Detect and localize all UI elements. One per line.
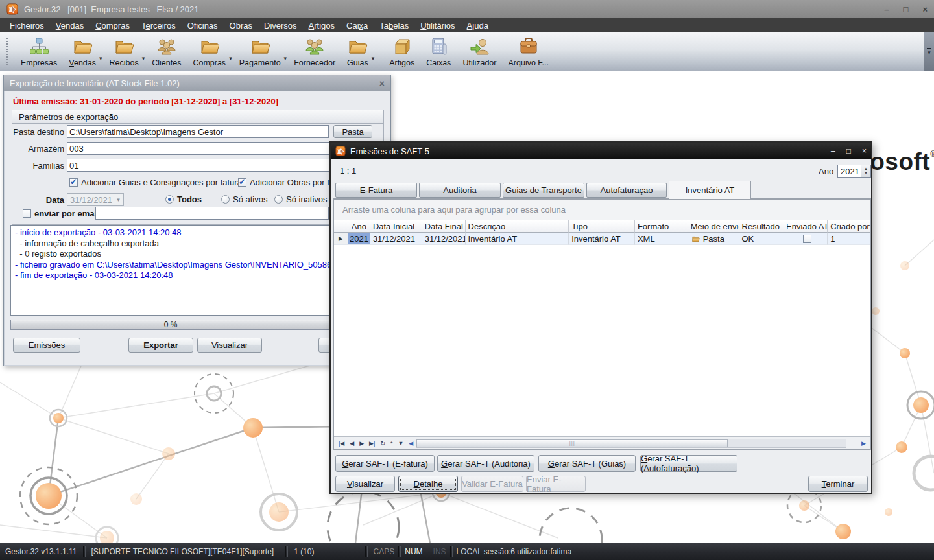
menu-ficheiros[interactable]: Ficheiros [4, 21, 50, 30]
grid-cell-ano[interactable]: 2021 [348, 233, 370, 245]
checkbox-checked-icon[interactable] [69, 178, 78, 187]
saft-close-button[interactable]: × [862, 146, 867, 156]
tab-e-fatura[interactable]: E-Fatura [335, 183, 417, 198]
menu-diversos[interactable]: Diversos [258, 21, 303, 30]
grid-cell-resultado[interactable]: OK [739, 233, 788, 245]
export-dialog-titlebar[interactable]: Exportação de Inventário (AT Stock File … [4, 75, 390, 91]
radio-icon[interactable] [221, 195, 230, 204]
toolbar-button-vendas[interactable]: Vendas [63, 32, 102, 71]
grid-header-ano[interactable]: Ano [348, 220, 370, 233]
tab-autofaturacao[interactable]: Autofaturaçao [586, 183, 667, 198]
checkbox-icon[interactable] [23, 209, 31, 218]
radio-so-ativos[interactable]: Só ativos [221, 194, 267, 204]
nav-next-icon[interactable]: ▶ [357, 440, 366, 447]
grid-header-data-inicial[interactable]: Data Inicial [370, 220, 422, 233]
menu-vendas[interactable]: Vendas [50, 21, 90, 30]
radio-todos[interactable]: Todos [165, 194, 202, 204]
grid-header-enviado-at[interactable]: Enviado AT [787, 220, 828, 233]
menu-tabelas[interactable]: Tabelas [374, 21, 414, 30]
tab-auditoria[interactable]: Auditoria [419, 183, 501, 198]
terminar-button[interactable]: Terminar [808, 476, 868, 492]
grid-cell-tipo[interactable]: Inventário AT [569, 233, 635, 245]
email-input[interactable] [95, 207, 329, 220]
menu-oficinas[interactable]: Oficinas [182, 21, 224, 30]
radio-so-inativos[interactable]: Só inativos [274, 194, 328, 204]
grid-data-row[interactable]: ▶ 2021 31/12/2021 31/12/2021 Inventário … [334, 233, 870, 245]
grid-header-meio-de-envio[interactable]: Meio de envio [688, 220, 739, 233]
checkbox-icon[interactable] [803, 235, 811, 243]
nav-refresh-icon[interactable]: ↻ [377, 440, 388, 447]
checkbox-checked-icon[interactable] [238, 178, 246, 187]
gerar-saft-guias-button[interactable]: Gerar SAF-T (Guias) [538, 455, 636, 472]
grid-cell-enviado-at[interactable] [787, 233, 828, 245]
horizontal-scrollbar[interactable]: ||| [416, 439, 846, 448]
menu-obras[interactable]: Obras [224, 21, 258, 30]
toolbar-overflow-button[interactable]: ▾ [924, 32, 934, 71]
exportar-button[interactable]: Exportar [128, 338, 193, 353]
toolbar-button-pagamento[interactable]: Pagamento [234, 32, 287, 71]
detalhe-button[interactable]: Detalhe [398, 476, 458, 492]
toolbar-grip[interactable] [6, 38, 11, 65]
grid-cell-criado-por[interactable]: 1 [828, 233, 870, 245]
pasta-destino-input[interactable] [67, 125, 329, 138]
grid-cell-descricao[interactable]: Inventário AT [466, 233, 569, 245]
grid-cell-meio-de-envio[interactable]: Pasta [688, 233, 739, 245]
toolbar-button-utilizador[interactable]: Utilizador [457, 32, 502, 71]
toolbar-button-recibos[interactable]: Recibos [104, 32, 145, 71]
grid-header-data-final[interactable]: Data Final [422, 220, 466, 233]
toolbar-button-compras[interactable]: Compras [187, 32, 232, 71]
nav-first-icon[interactable]: |◀ [336, 440, 347, 447]
grid-cell-formato[interactable]: XML [635, 233, 688, 245]
saft-visualizar-button[interactable]: Visualizar [335, 476, 395, 492]
menu-artigos[interactable]: Artigos [303, 21, 341, 30]
menu-utilitarios[interactable]: Utilitários [414, 21, 461, 30]
toolbar-button-empresas[interactable]: Empresas [15, 32, 63, 71]
window-minimize-button[interactable]: – [884, 5, 889, 14]
grid-header-descricao[interactable]: Descrição [466, 220, 569, 233]
toolbar-button-fornecedor[interactable]: Fornecedor [288, 32, 341, 71]
toolbar-button-guias[interactable]: Guias [341, 32, 374, 71]
gerar-saft-auditoria-button[interactable]: Gerar SAF-T (Auditoria) [437, 455, 534, 472]
toolbar-button-artigos[interactable]: Artigos [383, 32, 420, 71]
ano-spinner[interactable]: 2021 ▲▼ [837, 165, 871, 178]
tab-guias-de-transporte[interactable]: Guias de Transporte [503, 183, 584, 198]
scroll-right-icon[interactable]: ▶ [859, 440, 868, 447]
saft-minimize-button[interactable]: – [831, 146, 835, 156]
group-by-hint[interactable]: Arraste uma coluna para aqui para agrupa… [334, 200, 870, 220]
export-dialog-close-button[interactable]: × [379, 78, 385, 89]
tab-inventario-at[interactable]: Inventário AT [669, 181, 751, 199]
nav-bookmark-icon[interactable]: * [388, 440, 396, 447]
window-restore-button[interactable]: □ [904, 5, 909, 14]
menu-ajuda[interactable]: Ajuda [461, 21, 494, 30]
nav-prior-icon[interactable]: ◀ [347, 440, 357, 447]
adicionar-guias-checkbox[interactable]: Adicionar Guias e Consignações por fatur… [69, 178, 245, 187]
spinner-arrows-icon[interactable]: ▲▼ [861, 165, 870, 177]
toolbar-button-arquivo[interactable]: Arquivo F... [502, 32, 555, 71]
pasta-button[interactable]: Pasta [333, 125, 372, 138]
grid-header-tipo[interactable]: Tipo [569, 220, 635, 233]
radio-icon[interactable] [274, 195, 283, 204]
scrollbar-thumb[interactable]: ||| [416, 439, 728, 447]
window-close-button[interactable]: × [922, 5, 928, 14]
emissoes-button[interactable]: Emissões [13, 338, 80, 353]
saft-dialog-titlebar[interactable]: Emissões de SAFT 5 – □ × [331, 143, 871, 159]
radio-selected-icon[interactable] [165, 195, 174, 204]
scroll-left-icon[interactable]: ◀ [406, 440, 416, 447]
gerar-saft-efatura-button[interactable]: Gerar SAF-T (E-fatura) [335, 455, 435, 472]
grid-cell-data-inicial[interactable]: 31/12/2021 [370, 233, 422, 245]
menu-compras[interactable]: Compras [90, 21, 136, 30]
menu-caixa[interactable]: Caixa [341, 21, 374, 30]
grid-header-formato[interactable]: Formato [635, 220, 688, 233]
grid-header-criado-por[interactable]: Criado por [828, 220, 870, 233]
menu-terceiros[interactable]: Terceiros [136, 21, 182, 30]
visualizar-button[interactable]: Visualizar [197, 338, 262, 353]
toolbar-button-clientes[interactable]: Clientes [146, 32, 187, 71]
gerar-saft-autofaturacao-button[interactable]: Gerar SAF-T (Autofaturação) [640, 455, 737, 472]
nav-last-icon[interactable]: ▶| [366, 440, 377, 447]
saft-restore-button[interactable]: □ [846, 146, 851, 156]
enviar-email-checkbox[interactable]: enviar por email [23, 209, 99, 218]
grid-header-resultado[interactable]: Resultado [739, 220, 788, 233]
toolbar-button-caixas[interactable]: Caixas [420, 32, 457, 71]
nav-filter-icon[interactable]: ▼ [395, 440, 406, 447]
grid-cell-data-final[interactable]: 31/12/2021 [422, 233, 466, 245]
